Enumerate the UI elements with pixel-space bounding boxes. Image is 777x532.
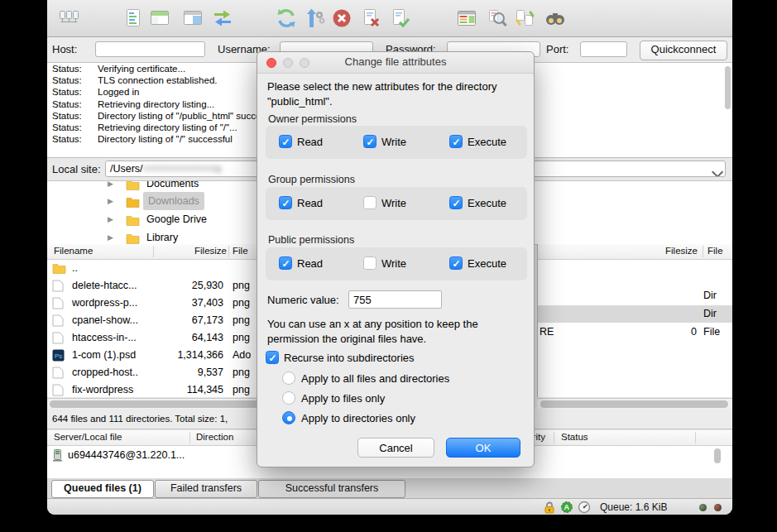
file-icon (52, 384, 64, 397)
log-scrollbar[interactable] (725, 66, 731, 109)
remote-file-row[interactable]: RE 0 File (538, 324, 732, 341)
dialog-intro-text: Please select the new attributes for the… (267, 79, 530, 108)
checkbox-icon (279, 135, 292, 148)
radio-apply-directories-only[interactable]: Apply to directories only (282, 411, 415, 424)
dialog-title: Change file attributes (345, 55, 447, 68)
scrollbar-thumb[interactable] (540, 400, 728, 408)
numeric-value-label: Numeric value: (267, 294, 339, 306)
filetype-column-header[interactable]: File (707, 244, 723, 258)
binoculars-icon (544, 7, 566, 29)
radio-icon (282, 391, 295, 405)
local-site-path: /Users/ (110, 163, 143, 175)
group-write-checkbox[interactable]: Write (363, 196, 406, 209)
status-column-header[interactable]: Status (561, 430, 588, 444)
refresh-icon (276, 7, 297, 29)
local-tree-icon (149, 7, 170, 29)
owner-read-checkbox[interactable]: Read (279, 135, 323, 148)
close-button[interactable] (266, 58, 276, 68)
filename-column-header[interactable]: Filename (54, 244, 93, 258)
checkbox-icon (363, 135, 377, 148)
remote-list-hscrollbar[interactable] (537, 398, 732, 410)
owner-write-checkbox[interactable]: Write (363, 135, 406, 148)
radio-apply-all[interactable]: Apply to all files and directories (282, 371, 449, 385)
quickconnect-button[interactable]: Quickconnect (640, 41, 727, 60)
filetype-column-header[interactable]: File (233, 244, 248, 258)
public-read-checkbox[interactable]: Read (279, 256, 323, 270)
toggle-remote-tree-button[interactable] (181, 7, 204, 30)
remote-file-row-selected[interactable]: Dir (538, 305, 732, 323)
filesize-column-header[interactable]: Filesize (658, 244, 698, 258)
port-input[interactable] (580, 41, 627, 57)
remote-file-list: Filesize File Dir Dir RE 0 File (537, 244, 732, 397)
disclosure-triangle-icon: ▶ (108, 210, 113, 228)
remote-file-list-header[interactable]: Filesize File (538, 244, 732, 260)
delete-file-button[interactable] (359, 7, 382, 30)
lock-icon[interactable] (543, 501, 556, 515)
dialog-title-bar[interactable]: Change file attributes (257, 52, 534, 74)
file-search-button[interactable] (486, 7, 509, 30)
direction-column-header[interactable]: Direction (196, 430, 233, 444)
synchronized-browsing-button[interactable] (513, 7, 536, 30)
svg-text:A: A (564, 503, 570, 511)
toolbar (47, 0, 732, 37)
tab-successful-transfers[interactable]: Successful transfers (258, 480, 405, 498)
queue-scrollbar-thumb[interactable] (714, 448, 721, 463)
svg-text:Ps: Ps (55, 352, 62, 360)
server-column-header[interactable]: Server/Local file (54, 430, 122, 444)
queue-server-label: u694443746@31.220.1... (68, 447, 185, 463)
tab-failed-transfers[interactable]: Failed transfers (155, 480, 257, 498)
toggle-log-button[interactable] (122, 7, 145, 30)
speed-limit-gauge-icon[interactable] (578, 501, 591, 515)
radio-icon (282, 371, 295, 385)
toggle-queue-button[interactable] (211, 7, 234, 30)
numeric-hint-text: You can use an x at any position to keep… (267, 317, 532, 346)
led-green-icon (699, 504, 707, 511)
tab-queued-files[interactable]: Queued files (1) (51, 480, 154, 498)
delete-file-icon (360, 7, 381, 29)
host-input[interactable] (95, 41, 205, 57)
directory-listing-button[interactable] (455, 7, 478, 30)
numeric-value-input[interactable] (348, 290, 442, 309)
filetype-gear-icon[interactable]: A (560, 501, 573, 515)
owner-execute-checkbox[interactable]: Execute (449, 135, 506, 148)
file-search-icon (487, 7, 508, 29)
log-view-icon (122, 7, 144, 29)
file-ok-icon (389, 7, 410, 29)
public-execute-checkbox[interactable]: Execute (449, 256, 506, 270)
led-red-icon (714, 504, 722, 511)
sync-browsing-icon (514, 7, 535, 29)
process-queue-icon (305, 7, 326, 29)
filesize-column-header[interactable]: Filesize (194, 244, 227, 258)
public-write-checkbox[interactable]: Write (363, 256, 406, 270)
radio-apply-files-only[interactable]: Apply to files only (282, 391, 385, 405)
toggle-local-tree-button[interactable] (148, 7, 171, 30)
disclosure-triangle-icon: ▶ (108, 192, 113, 210)
checkbox-icon (279, 196, 292, 209)
checkbox-icon (449, 196, 463, 209)
group-read-checkbox[interactable]: Read (279, 196, 323, 209)
server-icon (52, 448, 63, 467)
disclosure-triangle-icon: ▶ (108, 181, 113, 193)
host-label: Host: (52, 43, 77, 55)
public-permissions-label: Public permissions (268, 234, 354, 246)
checkbox-icon (449, 256, 463, 270)
directory-comparison-button[interactable] (544, 7, 567, 30)
local-site-path-redacted: ××××××××××××a (143, 163, 222, 175)
cancel-button[interactable]: Cancel (357, 438, 434, 458)
file-ok-button[interactable] (388, 7, 411, 30)
group-execute-checkbox[interactable]: Execute (449, 196, 506, 209)
minimize-button-disabled (283, 58, 293, 68)
status-bar: A Queue: 1.6 KiB (47, 498, 732, 515)
process-queue-button[interactable] (304, 7, 327, 30)
recurse-checkbox[interactable]: Recurse into subdirectories (266, 351, 415, 364)
ok-button[interactable]: OK (446, 438, 520, 458)
remote-tree-icon (182, 7, 204, 29)
group-permissions-box: Read Write Execute (266, 187, 527, 220)
radio-icon (282, 411, 295, 424)
site-manager-button[interactable] (58, 7, 81, 30)
chevron-down-icon (712, 166, 723, 177)
remote-file-row[interactable]: Dir (538, 287, 732, 304)
queue-tabs: Queued files (1) Failed transfers Succes… (47, 478, 732, 498)
cancel-operation-button[interactable] (330, 7, 353, 30)
refresh-button[interactable] (275, 7, 298, 30)
